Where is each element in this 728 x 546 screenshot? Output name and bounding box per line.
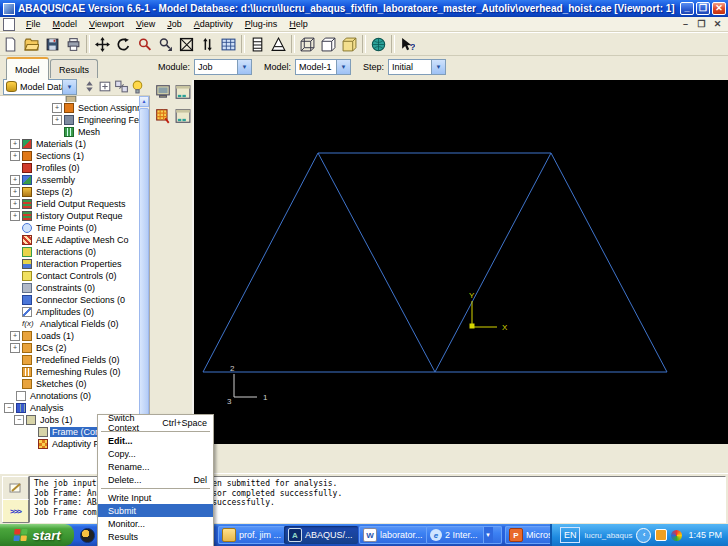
spin-arrows-icon[interactable] <box>81 80 97 94</box>
minimize-button[interactable]: _ <box>680 2 694 15</box>
tree-item-ale[interactable]: ALE Adaptive Mesh Co <box>0 234 149 246</box>
tree-item-interactions[interactable]: Interactions (0) <box>0 246 149 258</box>
close-button[interactable]: ✕ <box>712 2 726 15</box>
expand-icon[interactable]: + <box>52 115 62 125</box>
new-icon[interactable] <box>0 34 21 54</box>
tree-item-annotations[interactable]: Annotations (0) <box>0 390 149 402</box>
menu-item-edit[interactable]: Edit... <box>98 434 213 447</box>
zoom-box-icon[interactable] <box>155 34 176 54</box>
taskbar-button-word-doc[interactable]: Wlaborator... <box>359 526 428 544</box>
tray-app-icon[interactable] <box>655 529 667 541</box>
shaded-box-icon[interactable] <box>339 34 360 54</box>
save-icon[interactable] <box>42 34 63 54</box>
tree-item-amplitudes[interactable]: Amplitudes (0) <box>0 306 149 318</box>
menu-item-delete[interactable]: Delete...Del <box>98 473 213 486</box>
menu-help[interactable]: Help <box>283 18 314 30</box>
step-select[interactable]: Initial ▼ <box>388 59 446 75</box>
open-icon[interactable] <box>21 34 42 54</box>
menu-item-write-input[interactable]: Write Input <box>98 491 213 504</box>
module-select[interactable]: Job ▼ <box>194 59 252 75</box>
collapse-icon[interactable]: − <box>14 415 24 425</box>
tree-item-remeshing[interactable]: Remeshing Rules (0) <box>0 366 149 378</box>
rotate-icon[interactable] <box>113 34 134 54</box>
tree-item-engineering-features[interactable]: +Engineering Fea <box>0 114 149 126</box>
message-area-button[interactable] <box>2 476 29 500</box>
tree-item-analytical-fields[interactable]: f(x)Analytical Fields (0) <box>0 318 149 330</box>
menu-adaptivity[interactable]: Adaptivity <box>188 18 239 30</box>
language-indicator[interactable]: EN <box>560 527 581 543</box>
tree-item-section-assignments[interactable]: +Section Assignm <box>0 102 149 114</box>
tree-item-sketches[interactable]: Sketches (0) <box>0 378 149 390</box>
render-sphere-icon[interactable] <box>368 34 389 54</box>
tree-item-field-output[interactable]: +Field Output Requests <box>0 198 149 210</box>
menu-item-rename[interactable]: Rename... <box>98 460 213 473</box>
tree-item-loads[interactable]: +Loads (1) <box>0 330 149 342</box>
lightbulb-icon[interactable] <box>129 80 145 94</box>
chevron-down-icon[interactable]: ▼ <box>62 80 76 94</box>
job-manager-icon[interactable] <box>174 84 192 101</box>
expand-icon[interactable]: + <box>10 187 20 197</box>
collapse-icon[interactable]: − <box>4 403 14 413</box>
chevron-down-icon[interactable]: ▼ <box>336 60 350 74</box>
menu-file[interactable]: File <box>20 18 47 30</box>
menu-item-switch-context[interactable]: Switch ContextCtrl+Space <box>98 416 213 429</box>
tree-item-steps[interactable]: +Steps (2) <box>0 186 149 198</box>
menu-model[interactable]: Model <box>47 18 84 30</box>
create-job-icon[interactable] <box>154 84 172 101</box>
viewport-canvas[interactable]: Y X 2 1 3 <box>192 80 728 444</box>
create-adaptivity-icon[interactable] <box>154 108 172 125</box>
tree-item-contact-controls[interactable]: Contact Controls (0) <box>0 270 149 282</box>
tree-item-sections[interactable]: +Sections (1) <box>0 150 149 162</box>
fit-icon[interactable] <box>176 34 197 54</box>
taskbar-button-abaqus[interactable]: AABAQUS/... <box>284 526 358 544</box>
tray-pinwheel-icon[interactable] <box>671 530 682 541</box>
menu-view[interactable]: View <box>130 18 161 30</box>
menu-viewport[interactable]: Viewport <box>83 18 130 30</box>
tree-database-select[interactable]: Model Datab ▼ <box>3 79 77 95</box>
tree-item-assembly[interactable]: +Assembly <box>0 174 149 186</box>
expand-icon[interactable]: + <box>10 175 20 185</box>
tree-item-interaction-properties[interactable]: Interaction Properties <box>0 258 149 270</box>
cycle-views-icon[interactable] <box>197 34 218 54</box>
tree-item-mesh[interactable]: Mesh <box>0 126 149 138</box>
expand-icon[interactable]: + <box>10 199 20 209</box>
start-button[interactable]: start <box>0 524 74 546</box>
context-help-icon[interactable]: ? <box>397 34 418 54</box>
magnify-icon[interactable] <box>134 34 155 54</box>
chevron-down-icon[interactable]: ▼ <box>431 60 445 74</box>
expand-icon[interactable]: + <box>10 343 20 353</box>
query-stack-icon[interactable] <box>247 34 268 54</box>
expand-icon[interactable]: + <box>10 211 20 221</box>
scroll-up-icon[interactable]: ▲ <box>139 96 149 107</box>
expand-icon[interactable]: + <box>52 103 62 113</box>
tree-item-materials[interactable]: +Materials (1) <box>0 138 149 150</box>
tree-item-time-points[interactable]: Time Points (0) <box>0 222 149 234</box>
expand-icon[interactable]: + <box>10 331 20 341</box>
cone-icon[interactable] <box>268 34 289 54</box>
menu-job[interactable]: Job <box>161 18 188 30</box>
restore-button[interactable]: ❐ <box>696 2 710 15</box>
mdi-minimize-button[interactable]: – <box>679 19 692 29</box>
expand-icon[interactable]: + <box>10 151 20 161</box>
hiddenline-box-icon[interactable] <box>318 34 339 54</box>
menu-item-submit[interactable]: Submit <box>98 504 213 517</box>
mdi-restore-button[interactable]: ❐ <box>695 19 708 29</box>
tab-results[interactable]: Results <box>50 59 98 79</box>
menu-item-results[interactable]: Results <box>98 530 213 543</box>
expand-all-icon[interactable] <box>97 80 113 94</box>
hide-icons-chevron-icon[interactable]: ‹ <box>636 528 651 543</box>
tab-model[interactable]: Model <box>6 57 49 80</box>
taskbar-button-ie[interactable]: e2 Inter...▼ <box>426 526 502 544</box>
filter-icon[interactable] <box>113 80 129 94</box>
mdi-close-button[interactable]: ✕ <box>711 19 724 29</box>
wireframe-box-icon[interactable] <box>297 34 318 54</box>
expand-icon[interactable]: + <box>10 139 20 149</box>
tree-item-bcs[interactable]: +BCs (2) <box>0 342 149 354</box>
tree-item-connector-sections[interactable]: Connector Sections (0 <box>0 294 149 306</box>
adaptivity-manager-icon[interactable] <box>174 108 192 125</box>
tree-item-predefined-fields[interactable]: Predefined Fields (0) <box>0 354 149 366</box>
quick-launch-icon[interactable] <box>80 528 95 543</box>
tree-item-history-output[interactable]: +History Output Reque <box>0 210 149 222</box>
views-grid-icon[interactable] <box>218 34 239 54</box>
scrollbar-thumb[interactable] <box>139 108 149 448</box>
